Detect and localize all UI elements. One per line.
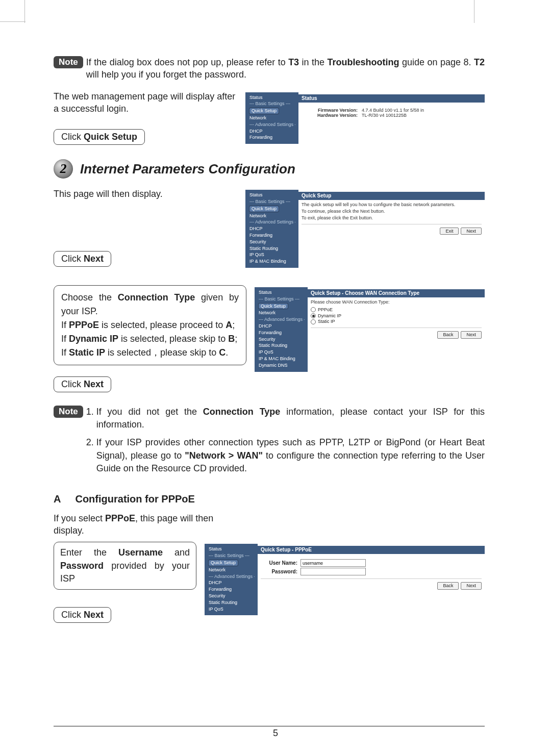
bottom-rule: [54, 726, 485, 726]
paword-input[interactable]: [300, 568, 366, 575]
field-row: User Name:: [261, 559, 482, 567]
nav-item: --- Advanced Settings ---: [208, 573, 255, 580]
nav-item[interactable]: Static Routing: [208, 599, 255, 606]
pane-title: Quick Setup - Choose WAN Connection Type: [308, 289, 485, 297]
content-pane: Quick Setup - PPPoEUser Name:Password:Ba…: [258, 544, 485, 615]
nav-item[interactable]: Status: [208, 546, 255, 552]
back-button[interactable]: Back: [437, 582, 459, 590]
nav-item[interactable]: IP & MAC Binding: [248, 258, 295, 265]
screenshot-quick-setup: Status--- Basic Settings ---Quick SetupN…: [245, 190, 485, 268]
section-a-letter: A: [54, 493, 61, 505]
click-next-box-3: Click Next: [54, 607, 111, 623]
note-2-item: If your ISP provides other connection ty…: [96, 436, 485, 475]
pppoe-intro: If you select PPPoE, this page will then…: [54, 512, 227, 537]
nav-item[interactable]: IP & MAC Binding: [258, 356, 305, 362]
back-button[interactable]: Back: [437, 331, 459, 339]
note-2: Note If you did not get the Connection T…: [54, 406, 485, 480]
screenshot-wan-type: Status--- Basic Settings ---Quick SetupN…: [255, 287, 485, 372]
exit-button[interactable]: Exit: [440, 228, 459, 235]
nav-item[interactable]: Status: [248, 192, 295, 198]
radio-pppoe[interactable]: PPPoE: [311, 307, 482, 313]
step-2-header: 2 Internet Parameters Configuration: [54, 159, 485, 179]
radio-static ip[interactable]: Static IP: [311, 319, 482, 324]
content-pane: StatusFirmware Version:4.7.4 Build 100 v…: [298, 92, 485, 144]
step-2-number: 2: [54, 159, 73, 179]
nav-panel: Status--- Basic Settings ---Quick SetupN…: [245, 92, 298, 144]
nav-item-selected[interactable]: Quick Setup: [209, 560, 238, 566]
nav-item: --- Advanced Settings ---: [248, 121, 295, 128]
step-2-title: Internet Parameters Configuration: [80, 161, 295, 177]
screenshot-pppoe: Status--- Basic Settings ---Quick SetupN…: [205, 544, 485, 615]
nav-item[interactable]: IP QoS: [208, 606, 255, 613]
content-pane: Quick Setup - Choose WAN Connection Type…: [308, 287, 485, 372]
nav-item[interactable]: IP QoS: [248, 251, 295, 258]
note-2-item: If you did not get the Connection Type i…: [96, 406, 485, 431]
nav-item: --- Basic Settings ---: [258, 296, 305, 303]
click-next-box-2: Click Next: [54, 376, 111, 392]
nav-item-selected[interactable]: Quick Setup: [259, 304, 288, 309]
mgmt-page-text: The web management page will display aft…: [54, 90, 237, 115]
nav-item[interactable]: Network: [258, 310, 305, 316]
next-button[interactable]: Next: [461, 582, 482, 590]
nav-item[interactable]: Forwarding: [258, 330, 305, 336]
page-number: 5: [0, 728, 551, 739]
nav-item[interactable]: Static Routing: [248, 245, 295, 252]
click-next-box-1: Click Next: [54, 251, 111, 267]
nav-item[interactable]: Forwarding: [208, 586, 255, 593]
nav-panel: Status--- Basic Settings ---Quick SetupN…: [255, 287, 308, 372]
field-label: Password:: [261, 569, 297, 575]
note-2-list: If you did not get the Connection Type i…: [86, 406, 485, 480]
nav-item: --- Advanced Settings ---: [248, 219, 295, 225]
field-label: User Name:: [261, 560, 297, 566]
nav-item[interactable]: DHCP: [248, 128, 295, 135]
nav-item[interactable]: Static Routing: [258, 342, 305, 349]
nav-item[interactable]: Network: [248, 115, 295, 121]
field-row: Password:: [261, 568, 482, 575]
content-pane: Quick SetupThe quick setup will tell you…: [298, 190, 485, 268]
uer name-input[interactable]: [300, 559, 366, 567]
nav-item[interactable]: Security: [248, 239, 295, 245]
nav-item-selected[interactable]: Quick Setup: [249, 108, 279, 114]
nav-item-selected[interactable]: Quick Setup: [249, 206, 279, 212]
click-quick-setup-box: Click Quick Setup: [54, 129, 145, 145]
nav-item: --- Basic Settings ---: [208, 552, 255, 559]
nav-item[interactable]: Status: [258, 289, 305, 296]
nav-item[interactable]: IP QoS: [258, 349, 305, 356]
nav-item[interactable]: DHCP: [248, 225, 295, 232]
nav-item[interactable]: Security: [208, 593, 255, 599]
note-badge-2: Note: [54, 406, 83, 418]
nav-item[interactable]: DHCP: [208, 579, 255, 586]
nav-item: --- Basic Settings ---: [248, 100, 295, 107]
nav-panel: Status--- Basic Settings ---Quick SetupN…: [245, 190, 298, 268]
note-1-text: If the dialog box does not pop up, pleas…: [86, 56, 485, 81]
nav-item: --- Basic Settings ---: [248, 198, 295, 205]
pane-title: Quick Setup: [298, 192, 485, 200]
nav-item[interactable]: Forwarding: [248, 134, 295, 141]
nav-item[interactable]: DHCP: [258, 323, 305, 330]
note-badge: Note: [54, 56, 83, 68]
nav-item[interactable]: Security: [258, 336, 305, 343]
nav-item[interactable]: Dynamic DNS: [258, 362, 305, 369]
pane-title: Quick Setup - PPPoE: [258, 546, 485, 554]
section-a-heading: AConfiguration for PPPoE: [54, 493, 485, 505]
pppoe-credentials-box: Enter the Username and Password provided…: [54, 542, 196, 590]
next-button[interactable]: Next: [461, 331, 482, 339]
nav-panel: Status--- Basic Settings ---Quick SetupN…: [205, 544, 258, 615]
note-1: Note If the dialog box does not pop up, …: [54, 56, 485, 81]
screenshot-status: Status--- Basic Settings ---Quick SetupN…: [245, 92, 485, 144]
pane-title: Status: [298, 94, 485, 103]
nav-item[interactable]: Network: [208, 567, 255, 573]
section-a-title: Configuration for PPPoE: [75, 493, 194, 505]
next-button[interactable]: Next: [461, 228, 482, 235]
radio-dynamic ip[interactable]: Dynamic IP: [311, 313, 482, 319]
nav-item: --- Advanced Settings ---: [258, 316, 305, 323]
this-page-text: This page will then display.: [54, 188, 237, 200]
connection-type-box: Choose the Connection Type given by your…: [54, 285, 246, 365]
nav-item[interactable]: Status: [248, 94, 295, 101]
nav-item[interactable]: Network: [248, 213, 295, 219]
nav-item[interactable]: Forwarding: [248, 232, 295, 239]
